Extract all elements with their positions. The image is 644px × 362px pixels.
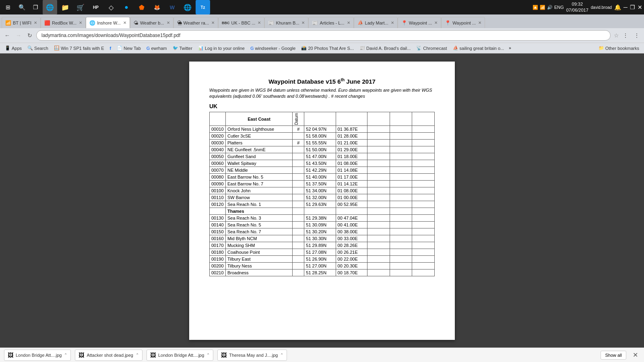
bookmark-search[interactable]: 🔍 Search	[25, 45, 51, 51]
task-view-button[interactable]: ❐	[29, 1, 42, 14]
tab-waypoint2[interactable]: 📍 Waypoint ... ✕	[441, 17, 485, 28]
notification-button[interactable]: 🔔	[614, 4, 621, 10]
tab-waypoint1[interactable]: 📍 Waypoint ... ✕	[398, 17, 442, 28]
tab-bar: 📶 BT | WIFI ✕ 🟥 RedBox W... ✕ 🌐 Inshore …	[0, 14, 644, 28]
bookmark-ewrham[interactable]: G ewrham	[144, 45, 169, 51]
download-bar: 🖼 London Bridge Att....jpg ⌃ 🖼 Attacker …	[0, 348, 644, 348]
bookmark-chromecast[interactable]: 📡 Chromecast	[414, 45, 449, 51]
bookmark-sailing[interactable]: ⛵ sailing great britain o...	[450, 45, 507, 51]
maximize-button[interactable]: ❐	[630, 4, 635, 10]
tz-icon[interactable]: Tz	[196, 0, 210, 14]
bookmark-other[interactable]: 📁 Other bookmarks	[596, 45, 642, 51]
row-id-cell: 00120	[210, 201, 226, 208]
tab-close-icon[interactable]: ✕	[434, 21, 438, 25]
tab-lady-mart[interactable]: ⛵ Lady Mart... ✕	[354, 17, 398, 28]
word-icon[interactable]: W	[165, 0, 180, 14]
user-profile: david.broad	[591, 5, 612, 10]
row-extra3-cell	[412, 153, 435, 160]
address-bar[interactable]: ladymartina.com/images/downloads/Waypoin…	[36, 30, 611, 41]
bookmark-twitter[interactable]: 🐦 Twitter	[170, 45, 195, 51]
row-hash-cell	[293, 160, 304, 167]
bookmark-windseeker[interactable]: G windseeker - Google	[248, 45, 298, 51]
tab-close-icon[interactable]: ✕	[211, 21, 215, 25]
row-lon-cell: 00 20.30E	[336, 263, 367, 269]
windseeker-bookmark-icon: G	[250, 46, 254, 51]
tab-close-icon[interactable]: ✕	[34, 21, 37, 25]
row-lon-cell: 00 22.00E	[336, 256, 367, 263]
table-row: 00170 Mucking SHM 51 29.89N 00 28.26E	[210, 242, 435, 249]
row-extra3-cell	[412, 269, 435, 276]
col-lat-header	[304, 112, 336, 125]
row-hash-cell	[293, 228, 304, 235]
row-lat-cell: 51 58.00N	[304, 133, 336, 140]
tab-khuram[interactable]: 📰 Khuram B... ✕	[264, 17, 308, 28]
bookmark-win7[interactable]: 🪟 Win 7 SP1 fails with E	[52, 45, 107, 51]
row-hash-cell	[293, 201, 304, 208]
tab-close-icon[interactable]: ✕	[478, 21, 481, 25]
hp-icon[interactable]: HP	[89, 0, 103, 14]
ie-icon[interactable]: 🌐	[43, 0, 57, 14]
tab-bt-wifi[interactable]: 📶 BT | WIFI ✕	[2, 17, 41, 28]
tab-close-icon[interactable]: ✕	[347, 21, 350, 25]
orange-app-icon[interactable]: ⬟	[134, 0, 149, 14]
row-lat-cell: 51 32.00N	[304, 194, 336, 201]
tab-inshore[interactable]: 🌐 Inshore W... ✕	[86, 17, 130, 28]
row-hash-cell	[293, 249, 304, 256]
table-row: 00020 Cutler 3cSE 51 58.00N 01 28.00E	[210, 133, 435, 140]
tab-weather-b[interactable]: 🌤 Weather b... ✕	[130, 17, 173, 28]
cortana-button[interactable]: 🔍	[15, 1, 28, 14]
file-explorer-icon[interactable]: 📁	[58, 0, 72, 14]
bookmark-david[interactable]: 📰 David A. Broad's dail...	[357, 45, 413, 51]
row-lat-cell: 51 30.30N	[304, 235, 336, 242]
firefox-icon[interactable]: 🦊	[150, 0, 164, 14]
close-button[interactable]: ✕	[638, 4, 642, 10]
row-extra3-cell	[412, 249, 435, 256]
row-hash-cell	[293, 269, 304, 276]
col-extra3-header	[412, 112, 435, 125]
tab-close-icon[interactable]: ✕	[391, 21, 394, 25]
extensions-button[interactable]: ⋮	[621, 31, 630, 40]
col-extra1-header	[367, 112, 390, 125]
row-extra3-cell	[412, 222, 435, 228]
tab-close-icon[interactable]: ✕	[258, 21, 261, 25]
row-extra1-cell	[367, 133, 390, 140]
refresh-button[interactable]: ↻	[25, 31, 35, 40]
forward-button[interactable]: →	[14, 31, 23, 40]
blue-app-icon[interactable]: ●	[119, 0, 134, 14]
row-extra1-cell	[367, 208, 390, 215]
tab-articles[interactable]: 📰 Articles - L... ✕	[308, 17, 353, 28]
row-lat-cell: 51 55.55N	[304, 140, 336, 146]
row-extra1-cell	[367, 167, 390, 174]
tab-close-icon[interactable]: ✕	[79, 21, 82, 25]
table-row: 00150 Sea Reach No. 7 51 30.20N 00 38.00…	[210, 228, 435, 235]
tab-close-icon[interactable]: ✕	[123, 21, 126, 25]
tab-bbc[interactable]: BBC UK - BBC ... ✕	[218, 17, 264, 28]
bookmark-newtab[interactable]: 📄 New Tab	[114, 45, 143, 51]
bookmark-20photos[interactable]: 📸 20 Photos That Are S...	[299, 45, 356, 51]
tab-close-icon[interactable]: ✕	[167, 21, 170, 25]
row-extra3-cell	[412, 167, 435, 174]
bookmark-fb[interactable]: f	[107, 45, 114, 51]
minimize-button[interactable]: ─	[623, 4, 627, 10]
row-name-cell: Mucking SHM	[225, 242, 292, 249]
tab-weather-ra[interactable]: 🌦 Weather ra... ✕	[173, 17, 218, 28]
row-extra2-cell	[390, 235, 412, 242]
bookmark-login[interactable]: 📊 Log in to your online	[196, 45, 247, 51]
chrome-icon[interactable]: 🌐	[180, 0, 195, 14]
dropbox-icon[interactable]: ◇	[104, 0, 118, 14]
row-hash-cell	[293, 235, 304, 242]
windows-start-button[interactable]: ⊞	[2, 1, 14, 14]
more-bookmarks[interactable]: »	[509, 46, 511, 50]
tab-redbox[interactable]: 🟥 RedBox W... ✕	[41, 17, 86, 28]
back-button[interactable]: ←	[2, 31, 12, 40]
bookmark-apps[interactable]: 📱 Apps	[2, 45, 24, 51]
tab-close-icon[interactable]: ✕	[301, 21, 305, 25]
row-lat-cell: 51 29.38N	[304, 215, 336, 222]
bookmarks-bar: 📱 Apps 🔍 Search 🪟 Win 7 SP1 fails with E…	[0, 43, 644, 53]
row-extra1-cell	[367, 222, 390, 228]
store-icon[interactable]: 🛒	[73, 0, 88, 14]
bookmark-star[interactable]: ☆	[614, 32, 619, 39]
bookmark-chromecast-label: Chromecast	[423, 46, 447, 51]
row-extra2-cell	[390, 187, 412, 194]
menu-button[interactable]: ⋮	[632, 31, 642, 40]
